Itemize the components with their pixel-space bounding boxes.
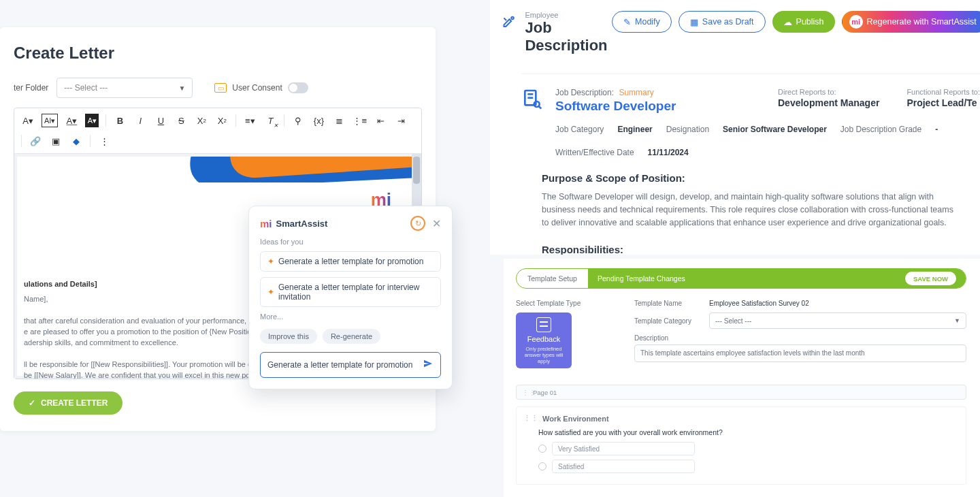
more-button[interactable]: ⋮ (97, 134, 111, 148)
separator (235, 114, 236, 127)
option-row: Satisfied (538, 460, 959, 473)
more-ideas[interactable]: More... (260, 312, 441, 321)
functional-reports-value: Project Lead/Te (906, 97, 980, 108)
page-label: Page 01 (533, 389, 557, 396)
field-value: 11/11/2024 (648, 148, 689, 157)
select-placeholder: --- Select --- (715, 317, 751, 325)
regenerate-button[interactable]: mi Regenerate with SmartAssist (842, 11, 980, 33)
separator (21, 135, 22, 147)
folder-label: ter Folder (14, 83, 48, 93)
idea-interview[interactable]: ✦ Generate a letter template for intervi… (260, 277, 441, 307)
question-block: ⋮⋮ Work Environment How satisfied are yo… (516, 406, 966, 485)
unordered-list-button[interactable]: ⋮≡ (353, 114, 367, 127)
clear-format-button[interactable]: T✕ (263, 114, 277, 127)
template-setup-panel: Template Setup Pending Template Changes … (504, 259, 980, 497)
field-value: - (935, 125, 938, 134)
option-input[interactable]: Very Satisfied (552, 442, 695, 455)
field-label: Job Category (555, 125, 604, 134)
question-section-title: Work Environment (542, 415, 609, 423)
smartassist-popover: mi SmartAssist ↻ ✕ Ideas for you ✦ Gener… (248, 206, 453, 389)
consent-toggle[interactable] (288, 82, 308, 93)
variable-button[interactable]: {x} (312, 114, 325, 127)
jd-breadcrumb: Job Description: Summary (555, 88, 766, 97)
image-button[interactable]: ▣ (49, 134, 63, 148)
save-draft-button[interactable]: ▦ Save as Draft (679, 11, 766, 33)
description-input[interactable]: This template ascertains employee satisf… (634, 344, 966, 362)
banner-text: Pending Template Changes (598, 274, 685, 283)
letterhead-banner (17, 157, 419, 182)
template-name-value[interactable]: Employee Satisfaction Survey 02 (709, 300, 809, 307)
font-family-dropdown[interactable]: AI▾ (42, 114, 58, 127)
close-icon[interactable]: ✕ (432, 217, 441, 230)
strike-button[interactable]: S (174, 114, 188, 127)
table-button[interactable]: ◆ (69, 134, 83, 148)
radio-icon[interactable] (538, 462, 546, 470)
drag-handle-icon[interactable]: ⋮⋮ (522, 389, 529, 396)
history-icon[interactable]: ↻ (410, 216, 425, 231)
description-row: Description This template ascertains emp… (634, 334, 966, 362)
cloud-icon: ☁ (783, 17, 792, 27)
mi-logo-icon: mi (849, 15, 863, 29)
direct-reports-value: Development Manager (778, 97, 879, 108)
publish-button[interactable]: ☁ Publish (772, 11, 835, 33)
create-letter-panel: Create Letter ter Folder --- Select --- … (0, 0, 463, 497)
underline-button[interactable]: U (154, 114, 167, 127)
ordered-list-button[interactable]: ≣ (332, 114, 346, 127)
draft-label: Save as Draft (702, 17, 754, 27)
font-size-dropdown[interactable]: A▾ (21, 114, 35, 127)
purpose-section: Purpose & Scope of Position: The Softwar… (542, 172, 960, 229)
letter-controls: ter Folder --- Select --- ▼ ▭ User Conse… (14, 78, 422, 98)
link-button[interactable]: 🔗 (29, 134, 42, 148)
template-name-row: Template Name Employee Satisfaction Surv… (634, 300, 966, 307)
chip-improve[interactable]: Improve this (260, 329, 317, 344)
feedback-type-card[interactable]: Feedback Only predefined answer types wi… (516, 312, 572, 368)
header-actions: ✎ Modify ▦ Save as Draft ☁ Publish mi Re… (612, 11, 980, 33)
chip-regenerate[interactable]: Re-generate (323, 329, 380, 344)
pre-title: Employee (525, 11, 612, 19)
align-button[interactable]: ≡▾ (243, 114, 257, 127)
outdent-button[interactable]: ⇤ (374, 114, 387, 127)
option-input[interactable]: Satisfied (552, 460, 695, 473)
publish-label: Publish (796, 17, 824, 27)
create-letter-button[interactable]: ✓ CREATE LETTER (14, 391, 122, 415)
template-category-select[interactable]: --- Select --- ▼ (709, 312, 966, 329)
document-search-icon (521, 88, 543, 110)
separator (105, 114, 106, 127)
user-consent: ▭ User Consent (214, 82, 308, 93)
smartassist-input[interactable] (267, 360, 423, 370)
scrollbar-thumb[interactable] (413, 157, 420, 184)
highlight-button[interactable]: A▾ (85, 114, 99, 127)
briefcase-icon: ▭ (214, 83, 227, 93)
bold-button[interactable]: B (113, 114, 127, 127)
indent-button[interactable]: ⇥ (394, 114, 408, 127)
folder-select[interactable]: --- Select --- ▼ (56, 78, 193, 98)
tab-template-setup[interactable]: Template Setup (517, 269, 588, 288)
page-title: Create Letter (14, 44, 422, 63)
svg-point-0 (511, 17, 514, 20)
page-title: Job Description (525, 19, 612, 54)
send-icon[interactable] (423, 358, 434, 372)
mi-logo-icon: mi (260, 218, 272, 229)
superscript-button[interactable]: X2 (215, 114, 229, 127)
jd-sheet: Job Description: Summary Software Develo… (521, 74, 980, 255)
section-heading: Purpose & Scope of Position: (542, 172, 960, 184)
field-label: Description (634, 334, 668, 342)
modify-button[interactable]: ✎ Modify (612, 11, 672, 33)
save-now-button[interactable]: SAVE NOW (905, 272, 956, 285)
section-heading: Responsibilities: (542, 244, 960, 255)
radio-icon[interactable] (538, 445, 546, 453)
field-label: Template Name (634, 300, 709, 307)
job-description-panel: Employee Job Description ✎ Modify ▦ Save… (490, 0, 980, 255)
drag-handle-icon[interactable]: ⋮⋮ (523, 414, 538, 423)
zoom-button[interactable]: ⚲ (291, 114, 305, 127)
idea-promotion[interactable]: ✦ Generate a letter template for promoti… (260, 251, 441, 272)
modify-label: Modify (635, 17, 660, 27)
italic-button[interactable]: I (133, 114, 147, 127)
pending-changes-banner: Pending Template Changes SAVE NOW (588, 269, 966, 288)
subscript-button[interactable]: X2 (195, 114, 208, 127)
feedback-subtitle: Only predefined answer types will apply (520, 346, 568, 364)
reports-block: Direct Reports to: Development Manager F… (778, 88, 980, 114)
field-value: Engineer (617, 125, 652, 134)
text-color-button[interactable]: A▾ (65, 114, 78, 127)
page-indicator[interactable]: ⋮⋮ Page 01 (516, 385, 966, 400)
